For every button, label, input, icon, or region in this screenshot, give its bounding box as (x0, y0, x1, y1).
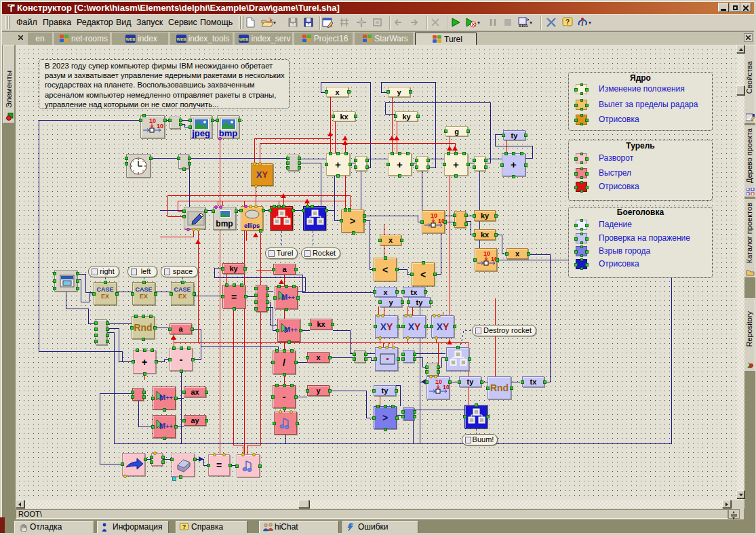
svg-text:WEB: WEB (126, 37, 136, 41)
svg-text:?: ? (182, 523, 186, 530)
svg-text:0101: 0101 (519, 24, 528, 28)
svg-text:?: ? (565, 18, 570, 26)
svg-text:WEB: WEB (176, 37, 186, 41)
svg-text:WEB: WEB (239, 37, 250, 41)
svg-text:i: i (582, 20, 584, 27)
